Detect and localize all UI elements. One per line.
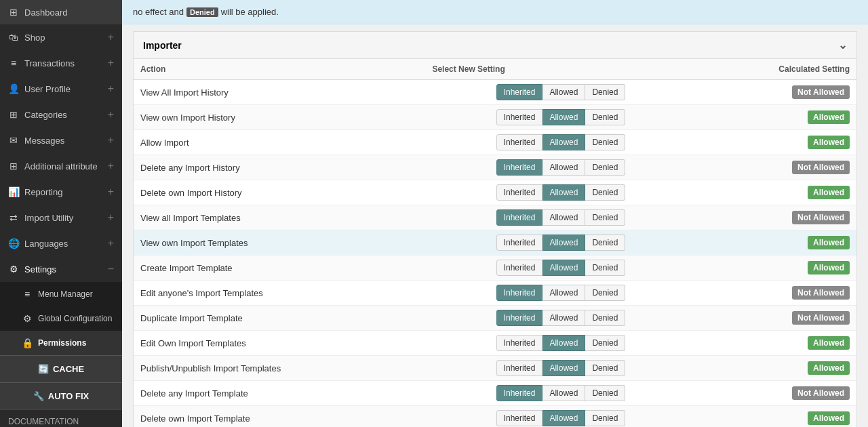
btn-denied[interactable]: Denied [585,235,625,251]
btn-inherited[interactable]: Inherited [496,410,543,426]
select-setting-cell: Inherited Allowed Denied [425,406,696,428]
calculated-badge: Allowed [808,361,850,375]
table-row: View own Import Templates Inherited Allo… [134,230,856,256]
calculated-setting-cell: Not Allowed [696,281,856,306]
sidebar-item-shop[interactable]: 🛍 Shop + [0,24,122,50]
table-row: Create Import Template Inherited Allowed… [134,256,856,281]
btn-inherited[interactable]: Inherited [496,209,543,226]
btn-denied[interactable]: Denied [585,184,625,201]
btn-allowed[interactable]: Allowed [542,235,585,251]
sidebar-item-languages[interactable]: 🌐 Languages + [0,230,122,256]
btn-allowed[interactable]: Allowed [542,410,585,426]
btn-allowed[interactable]: Allowed [542,260,585,276]
settings-collapse-icon: − [108,263,114,275]
sidebar-item-settings[interactable]: ⚙ Settings − [0,256,122,282]
btn-allowed[interactable]: Allowed [542,134,585,150]
sidebar-label-transactions: Transactions [24,58,75,68]
btn-inherited[interactable]: Inherited [496,134,543,150]
banner-text-before: no effect and [133,7,184,17]
select-setting-cell: Inherited Allowed Denied [425,230,696,256]
btn-denied[interactable]: Denied [585,209,625,226]
permission-button-group: Inherited Allowed Denied [496,109,626,125]
btn-allowed[interactable]: Allowed [542,360,585,376]
sidebar-item-global-configuration[interactable]: ⚙ Global Configuration [0,306,122,331]
sidebar-item-dashboard[interactable]: ⊞ Dashboard [0,0,122,24]
btn-allowed[interactable]: Allowed [542,84,585,100]
btn-allowed[interactable]: Allowed [542,184,585,201]
btn-denied[interactable]: Denied [585,260,625,276]
permissions-table: Action Select New Setting Calculated Set… [134,59,856,427]
table-row: Delete own Import History Inherited Allo… [134,180,856,205]
permission-button-group: Inherited Allowed Denied [496,260,626,276]
permission-button-group: Inherited Allowed Denied [496,285,626,301]
btn-allowed[interactable]: Allowed [542,385,585,401]
btn-denied[interactable]: Denied [585,335,625,351]
calculated-badge: Allowed [808,336,850,350]
documentation-link[interactable]: DOCUMENTATION [0,409,122,427]
main-content: no effect and Denied will be applied. Im… [122,0,868,427]
btn-denied[interactable]: Denied [585,310,625,326]
select-setting-cell: Inherited Allowed Denied [425,356,696,381]
btn-inherited[interactable]: Inherited [496,159,543,176]
transactions-icon: ≡ [8,58,19,68]
categories-expand-icon: + [108,108,114,121]
btn-denied[interactable]: Denied [585,109,625,125]
permission-button-group: Inherited Allowed Denied [496,209,626,226]
table-row: Delete own Import Template Inherited All… [134,406,856,428]
permission-button-group: Inherited Allowed Denied [496,335,626,351]
permission-button-group: Inherited Allowed Denied [496,410,626,426]
btn-allowed[interactable]: Allowed [542,209,585,226]
importer-section-header[interactable]: Importer ⌄ [134,32,856,59]
btn-denied[interactable]: Denied [585,410,625,426]
btn-denied[interactable]: Denied [585,159,625,176]
col-action: Action [134,59,425,80]
action-name: View own Import Templates [134,230,425,256]
autofix-label: AUTO FIX [48,391,89,401]
sidebar-item-messages[interactable]: ✉ Messages + [0,127,122,153]
btn-allowed[interactable]: Allowed [542,109,585,125]
select-setting-cell: Inherited Allowed Denied [425,80,696,105]
sidebar-item-import-utility[interactable]: ⇄ Import Utility + [0,205,122,230]
table-row: Publish/Unpublish Import Templates Inher… [134,356,856,381]
sidebar-item-transactions[interactable]: ≡ Transactions + [0,50,122,76]
select-setting-cell: Inherited Allowed Denied [425,155,696,180]
btn-denied[interactable]: Denied [585,360,625,376]
sidebar-item-additional-attribute[interactable]: ⊞ Additional attribute + [0,153,122,179]
cache-button[interactable]: 🔄 CACHE [0,355,122,382]
menu-manager-icon: ≡ [22,289,33,300]
btn-inherited[interactable]: Inherited [496,84,543,100]
info-banner: no effect and Denied will be applied. [122,0,868,24]
action-name: View All Import History [134,80,425,105]
btn-denied[interactable]: Denied [585,84,625,100]
btn-allowed[interactable]: Allowed [542,310,585,326]
sidebar-item-categories[interactable]: ⊞ Categories + [0,102,122,127]
sidebar-item-user-profile[interactable]: 👤 User Profile + [0,76,122,102]
btn-allowed[interactable]: Allowed [542,285,585,301]
action-name: Delete any Import History [134,155,425,180]
sidebar-item-reporting[interactable]: 📊 Reporting + [0,179,122,205]
select-setting-cell: Inherited Allowed Denied [425,331,696,356]
btn-inherited[interactable]: Inherited [496,335,543,351]
btn-denied[interactable]: Denied [585,134,625,150]
btn-inherited[interactable]: Inherited [496,285,543,301]
btn-inherited[interactable]: Inherited [496,385,543,401]
btn-inherited[interactable]: Inherited [496,235,543,251]
btn-inherited[interactable]: Inherited [496,360,543,376]
sidebar-item-permissions[interactable]: 🔒 Permissions [0,331,122,355]
calculated-badge: Allowed [808,411,850,425]
btn-allowed[interactable]: Allowed [542,159,585,176]
denied-badge: Denied [186,7,218,17]
btn-inherited[interactable]: Inherited [496,260,543,276]
calculated-setting-cell: Allowed [696,406,856,428]
calculated-setting-cell: Allowed [696,105,856,130]
btn-inherited[interactable]: Inherited [496,109,543,125]
btn-inherited[interactable]: Inherited [496,310,543,326]
autofix-button[interactable]: 🔧 AUTO FIX [0,382,122,409]
action-name: Allow Import [134,130,425,155]
btn-allowed[interactable]: Allowed [542,335,585,351]
sidebar-item-menu-manager[interactable]: ≡ Menu Manager [0,282,122,306]
btn-denied[interactable]: Denied [585,285,625,301]
importer-section: Importer ⌄ Action Select New Setting Cal… [133,31,857,427]
btn-inherited[interactable]: Inherited [496,184,543,201]
btn-denied[interactable]: Denied [585,385,625,401]
